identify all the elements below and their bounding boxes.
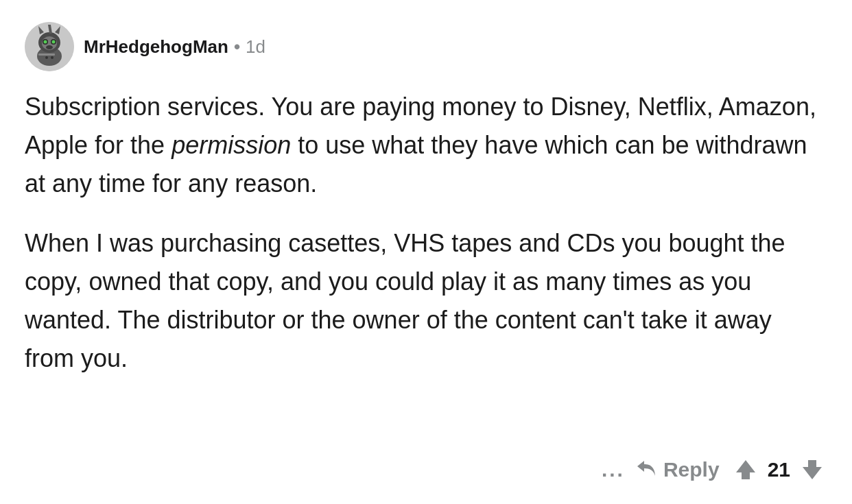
downvote-icon (800, 457, 825, 482)
comment-paragraph-2: When I was purchasing casettes, VHS tape… (25, 224, 827, 377)
upvote-icon (733, 457, 758, 482)
downvote-button[interactable] (797, 455, 827, 485)
more-options-button[interactable]: ... (602, 458, 625, 481)
comment-body: Subscription services. You are paying mo… (25, 88, 827, 446)
comment-paragraph-1: Subscription services. You are paying mo… (25, 88, 827, 202)
comment-meta: MrHedgehogMan • 1d (84, 36, 265, 58)
reply-button[interactable]: Reply (636, 458, 720, 482)
reply-label: Reply (663, 458, 720, 481)
svg-point-13 (45, 56, 48, 59)
svg-rect-12 (38, 53, 55, 56)
svg-point-9 (44, 40, 47, 44)
avatar (25, 22, 74, 71)
upvote-button[interactable] (731, 455, 761, 485)
svg-point-14 (51, 56, 54, 59)
timestamp: 1d (246, 36, 265, 58)
reply-icon (636, 458, 658, 482)
username: MrHedgehogMan (84, 36, 228, 58)
comment-card: MrHedgehogMan • 1d Subscription services… (0, 0, 852, 504)
separator: • (234, 36, 240, 58)
svg-point-11 (46, 45, 53, 49)
vote-count: 21 (768, 458, 790, 481)
vote-controls: 21 (731, 455, 827, 485)
svg-point-10 (52, 40, 56, 44)
comment-actions: ... Reply 21 (25, 446, 827, 485)
comment-header: MrHedgehogMan • 1d (25, 22, 827, 71)
